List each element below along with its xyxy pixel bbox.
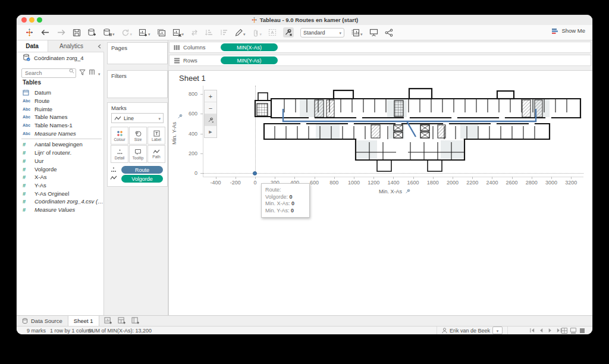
crosshair-horizontal [203, 173, 583, 174]
number-field-icon: # [23, 166, 26, 172]
field-item[interactable]: #Volgorde [17, 165, 104, 173]
next-icon[interactable] [547, 328, 553, 333]
highlighted-mark[interactable] [253, 171, 257, 175]
field-item[interactable]: AbcRoute [17, 97, 104, 105]
field-item[interactable]: Datum [17, 89, 104, 97]
dropdown-caret-icon[interactable] [182, 27, 184, 38]
zoom-more-button[interactable]: ▶ [205, 126, 216, 137]
pause-auto-updates-icon[interactable] [103, 27, 115, 38]
tab-data-source[interactable]: Data Source [17, 316, 68, 326]
new-worksheet-icon[interactable] [139, 27, 150, 38]
run-update-icon[interactable] [121, 27, 133, 38]
x-tick-label: 800 [324, 180, 345, 186]
field-item[interactable]: #Uur [17, 157, 104, 165]
tooltip-icon [134, 149, 142, 155]
string-field-icon: Abc [23, 99, 30, 103]
dropdown-caret-icon[interactable] [148, 27, 150, 38]
user-menu[interactable]: Erik van de Beek [437, 327, 508, 334]
dropdown-caret-icon[interactable] [360, 27, 363, 38]
zoom-out-button[interactable]: − [205, 102, 216, 114]
filmstrip-view-icon[interactable] [570, 328, 576, 334]
columns-shelf[interactable]: Columns MIN(X-As) [169, 42, 591, 53]
field-item[interactable]: AbcTable Names [17, 113, 104, 121]
columns-pill[interactable]: MIN(X-As) [221, 43, 278, 51]
tableau-home-icon[interactable] [25, 28, 34, 37]
show-me-button[interactable]: Show Me [552, 27, 585, 34]
fix-axes-icon[interactable] [283, 27, 294, 37]
group-members-icon[interactable] [252, 27, 262, 38]
mark-type-dropdown[interactable]: Line [111, 113, 164, 123]
route-pill[interactable]: Route [121, 166, 163, 174]
sort-ascending-icon[interactable] [205, 29, 214, 36]
string-field-icon: Abc [23, 107, 30, 111]
user-dropdown[interactable] [492, 327, 503, 334]
show-mark-labels-icon[interactable] [268, 29, 277, 36]
field-item[interactable]: AbcMeasure Names [17, 129, 104, 137]
field-item[interactable]: #Aantal bewegingen [17, 140, 104, 149]
field-item[interactable]: #Y-As Orgineel [17, 189, 104, 197]
path-button[interactable]: Path [147, 145, 165, 163]
tab-analytics[interactable]: Analytics [48, 40, 95, 52]
x-tick-mark [275, 177, 275, 179]
sort-descending-icon[interactable] [220, 29, 228, 36]
dropdown-caret-icon[interactable] [260, 27, 262, 38]
rows-shelf[interactable]: Rows MIN(Y-As) [169, 55, 591, 66]
label-button[interactable]: Label [147, 127, 165, 145]
field-item[interactable]: #Coördinaten zorg_4.csv (… [17, 197, 104, 206]
field-item[interactable]: #Y-As [17, 181, 104, 190]
show-labels-button-icon[interactable] [351, 27, 363, 38]
dropdown-caret-icon[interactable] [112, 27, 115, 38]
collapse-pane-icon[interactable] [95, 40, 104, 52]
redo-icon[interactable] [56, 29, 66, 36]
new-dashboard-tab-icon[interactable] [118, 316, 126, 327]
swap-rows-columns-icon[interactable] [190, 29, 199, 37]
view-options-caret-icon[interactable] [98, 67, 101, 78]
zoom-in-button[interactable]: + [205, 90, 216, 102]
filter-fields-icon[interactable] [79, 67, 86, 78]
colour-button[interactable]: Colour [111, 127, 128, 145]
duplicate-sheet-icon[interactable] [157, 29, 166, 37]
first-icon[interactable] [529, 328, 535, 333]
previous-icon[interactable] [538, 328, 544, 333]
grid-view-icon[interactable] [561, 328, 567, 334]
tooltip-button[interactable]: Tooltip [129, 145, 147, 163]
fit-selector[interactable]: Standard [300, 28, 344, 37]
new-worksheet-tab-icon[interactable] [104, 316, 112, 327]
undo-icon[interactable] [40, 29, 50, 36]
new-story-tab-icon[interactable] [131, 316, 140, 327]
save-icon[interactable] [73, 29, 81, 37]
single-view-icon[interactable] [579, 328, 585, 334]
dropdown-caret-icon[interactable] [243, 27, 246, 38]
field-item[interactable]: #Measure Values [17, 206, 104, 214]
rows-pill[interactable]: MIN(Y-As) [221, 57, 278, 64]
pages-shelf[interactable]: Pages [107, 42, 168, 64]
view-options-icon[interactable] [89, 67, 95, 78]
size-button[interactable]: Size [129, 127, 147, 145]
search-input[interactable] [21, 68, 76, 78]
detail-button[interactable]: Detail [111, 145, 128, 163]
tab-data[interactable]: Data [17, 40, 48, 52]
clear-sheet-icon[interactable] [172, 27, 184, 38]
volgorde-pill[interactable]: Volgorde [121, 175, 163, 183]
x-tick-label: 1800 [422, 180, 444, 186]
tab-sheet-1[interactable]: Sheet 1 [68, 316, 99, 326]
highlight-icon[interactable] [235, 27, 246, 38]
x-axis-title[interactable]: Min. X-As [379, 189, 402, 194]
line-mark-icon [114, 116, 121, 121]
share-icon[interactable] [385, 29, 393, 37]
field-item[interactable]: AbcRuimte [17, 105, 104, 113]
x-axis-pin-icon[interactable] [405, 189, 411, 194]
filters-shelf[interactable]: Filters [107, 70, 168, 98]
y-axis-title[interactable]: Min. Y-As [171, 122, 177, 145]
zoom-pin-button[interactable] [205, 114, 216, 126]
field-item[interactable]: #Lijn' of routenr. [17, 149, 104, 157]
x-tick-mark [354, 177, 354, 179]
field-item[interactable]: AbcTable Names-1 [17, 121, 104, 130]
datasource-item[interactable]: Coördinaten zorg_4 [23, 54, 83, 62]
new-data-source-icon[interactable] [87, 28, 96, 37]
dropdown-caret-icon[interactable] [130, 27, 133, 38]
presentation-mode-icon[interactable] [369, 29, 378, 36]
field-item[interactable]: #X-As [17, 173, 104, 181]
tooltip-row: Volgorde: 0 [265, 194, 306, 201]
calendar-icon [23, 89, 29, 96]
